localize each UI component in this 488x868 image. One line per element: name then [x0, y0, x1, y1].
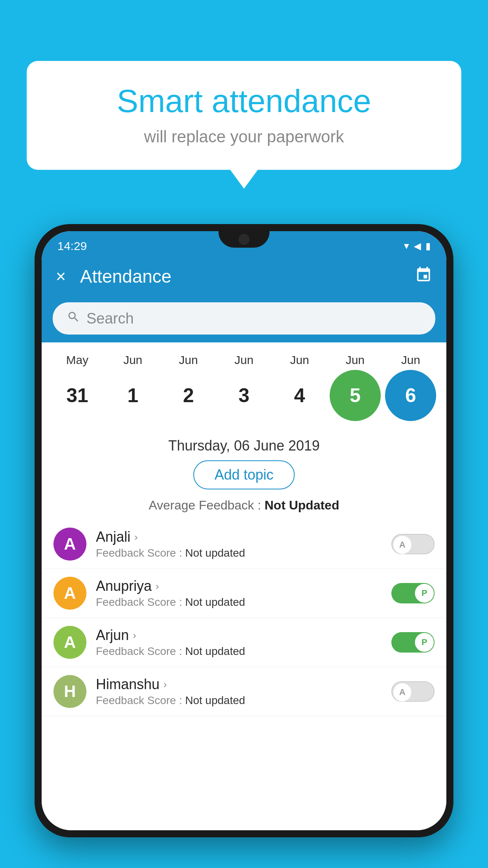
battery-icon: ▮	[426, 241, 431, 252]
calendar-icon[interactable]	[415, 266, 432, 287]
attendance-toggle[interactable]: A	[391, 534, 435, 554]
student-feedback: Feedback Score : Not updated	[96, 645, 391, 658]
speech-bubble-container: Smart attendance will replace your paper…	[27, 61, 461, 170]
wifi-icon: ▾	[404, 240, 409, 252]
toggle-switch[interactable]: P	[391, 632, 435, 653]
calendar-month: Jun	[330, 353, 381, 367]
speech-bubble-subtitle: will replace your paperwork	[50, 127, 438, 146]
student-name[interactable]: Anupriya ›	[96, 578, 391, 594]
search-icon	[67, 310, 80, 327]
attendance-toggle[interactable]: P	[391, 632, 435, 653]
chevron-icon: ›	[163, 679, 167, 691]
toggle-knob: P	[415, 584, 434, 603]
calendar-date[interactable]: 6	[385, 370, 436, 421]
chevron-icon: ›	[133, 629, 136, 642]
student-item: A Anjali › Feedback Score : Not updated …	[42, 520, 446, 569]
student-avatar: A	[53, 528, 86, 561]
avg-feedback: Average Feedback : Not Updated	[42, 498, 446, 513]
toggle-switch[interactable]: A	[391, 681, 435, 702]
close-button[interactable]: ×	[56, 268, 66, 285]
speech-bubble: Smart attendance will replace your paper…	[27, 61, 461, 170]
calendar-month: Jun	[163, 353, 214, 367]
calendar-strip: MayJunJunJunJunJunJun 31123456	[42, 342, 446, 429]
attendance-toggle[interactable]: P	[391, 583, 435, 603]
student-info: Arjun › Feedback Score : Not updated	[96, 627, 391, 658]
student-name[interactable]: Anjali ›	[96, 529, 391, 545]
chevron-icon: ›	[156, 580, 159, 592]
student-item: H Himanshu › Feedback Score : Not update…	[42, 667, 446, 716]
student-info: Himanshu › Feedback Score : Not updated	[96, 676, 391, 707]
calendar-date[interactable]: 5	[330, 370, 381, 421]
student-info: Anupriya › Feedback Score : Not updated	[96, 578, 391, 609]
phone-wrapper: 14:29 ▾ ◀ ▮ × Attendance	[35, 224, 453, 868]
student-item: A Anupriya › Feedback Score : Not update…	[42, 569, 446, 618]
toggle-knob: A	[393, 683, 412, 702]
speech-bubble-title: Smart attendance	[50, 83, 438, 120]
selected-date: Thursday, 06 June 2019	[42, 429, 446, 460]
toggle-knob: A	[393, 535, 412, 554]
student-info: Anjali › Feedback Score : Not updated	[96, 529, 391, 559]
calendar-dates: 31123456	[50, 370, 438, 421]
calendar-date[interactable]: 31	[52, 370, 103, 421]
content-area: Thursday, 06 June 2019 Add topic Average…	[42, 429, 446, 830]
avg-feedback-label: Average Feedback :	[149, 498, 261, 512]
search-bar-wrapper: Search	[42, 296, 446, 342]
toggle-knob: P	[415, 633, 434, 652]
front-camera	[238, 234, 250, 245]
calendar-months: MayJunJunJunJunJunJun	[50, 353, 438, 367]
calendar-month: Jun	[218, 353, 270, 367]
attendance-toggle[interactable]: A	[391, 681, 435, 702]
student-avatar: H	[53, 675, 86, 708]
phone-outer: 14:29 ▾ ◀ ▮ × Attendance	[35, 224, 453, 837]
signal-icon: ◀	[414, 241, 421, 252]
student-feedback: Feedback Score : Not updated	[96, 547, 391, 559]
avg-feedback-value: Not Updated	[264, 498, 339, 512]
student-avatar: A	[53, 577, 86, 610]
search-bar[interactable]: Search	[53, 302, 435, 335]
app-bar-title: Attendance	[80, 266, 415, 287]
student-name[interactable]: Himanshu ›	[96, 676, 391, 693]
calendar-month: May	[52, 353, 103, 367]
calendar-date[interactable]: 4	[274, 370, 325, 421]
student-list: A Anjali › Feedback Score : Not updated …	[42, 520, 446, 830]
search-placeholder: Search	[86, 310, 134, 327]
student-item: A Arjun › Feedback Score : Not updated P	[42, 618, 446, 667]
student-avatar: A	[53, 626, 86, 659]
calendar-month: Jun	[274, 353, 325, 367]
toggle-switch[interactable]: A	[391, 534, 435, 554]
student-feedback: Feedback Score : Not updated	[96, 694, 391, 707]
status-time: 14:29	[57, 239, 87, 253]
calendar-month: Jun	[107, 353, 158, 367]
phone-notch	[218, 231, 270, 248]
toggle-switch[interactable]: P	[391, 583, 435, 603]
calendar-date[interactable]: 3	[218, 370, 270, 421]
calendar-date[interactable]: 2	[163, 370, 214, 421]
calendar-date[interactable]: 1	[107, 370, 158, 421]
chevron-icon: ›	[134, 531, 138, 543]
app-bar: × Attendance	[42, 257, 446, 296]
student-name[interactable]: Arjun ›	[96, 627, 391, 644]
phone-screen: 14:29 ▾ ◀ ▮ × Attendance	[42, 231, 446, 830]
add-topic-button[interactable]: Add topic	[193, 460, 295, 489]
student-feedback: Feedback Score : Not updated	[96, 596, 391, 609]
status-icons: ▾ ◀ ▮	[404, 240, 431, 252]
calendar-month: Jun	[385, 353, 436, 367]
